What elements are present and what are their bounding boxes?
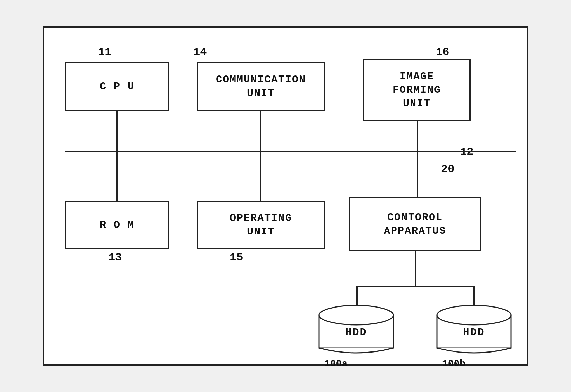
- comm-to-bus-line: [260, 111, 261, 151]
- to-hdd-a-line: [356, 286, 358, 306]
- ref-16: 16: [436, 46, 449, 59]
- hdd-b-cylinder: HDD: [436, 305, 512, 357]
- ref-100b: 100b: [442, 358, 465, 369]
- ref-11: 11: [98, 46, 111, 59]
- cpu-to-bus-line: [116, 111, 118, 151]
- ref-15: 15: [230, 251, 243, 264]
- image-forming-unit-label: IMAGEFORMINGUNIT: [393, 70, 441, 110]
- control-apparatus-label: CONTOROLAPPARATUS: [384, 211, 446, 238]
- cpu-box: C P U: [65, 62, 169, 111]
- svg-point-4: [437, 305, 511, 325]
- hdd-horizontal-line: [356, 286, 474, 287]
- hdd-a-cylinder: HDD: [318, 305, 394, 357]
- rom-box: R O M: [65, 201, 169, 249]
- ref-20: 20: [441, 163, 454, 176]
- operating-unit-label: OPERATINGUNIT: [230, 212, 292, 239]
- bus-to-rom-line: [116, 152, 118, 203]
- ref-14: 14: [193, 46, 207, 59]
- communication-unit-box: COMMUNICATIONUNIT: [197, 62, 325, 111]
- operating-unit-box: OPERATINGUNIT: [197, 201, 325, 249]
- control-apparatus-box: CONTOROLAPPARATUS: [349, 197, 481, 251]
- svg-text:HDD: HDD: [345, 327, 367, 338]
- svg-text:HDD: HDD: [463, 327, 485, 338]
- bus-to-control-line: [417, 152, 418, 203]
- ref-13: 13: [108, 251, 122, 264]
- ref-100a: 100a: [324, 358, 348, 369]
- image-forming-unit-box: IMAGEFORMINGUNIT: [363, 59, 471, 121]
- diagram-container: 11 14 16 12 20 C P U COMMUNICATIONUNIT I…: [43, 26, 528, 366]
- bus-to-operating-line: [260, 152, 261, 203]
- bus-line: [65, 151, 516, 152]
- rom-label: R O M: [100, 219, 134, 232]
- cpu-label: C P U: [100, 80, 134, 93]
- svg-point-1: [319, 305, 393, 325]
- communication-unit-label: COMMUNICATIONUNIT: [216, 73, 306, 100]
- control-to-hdd-vertical: [415, 251, 416, 286]
- ifu-to-bus-line: [417, 121, 418, 151]
- to-hdd-b-line: [473, 286, 475, 306]
